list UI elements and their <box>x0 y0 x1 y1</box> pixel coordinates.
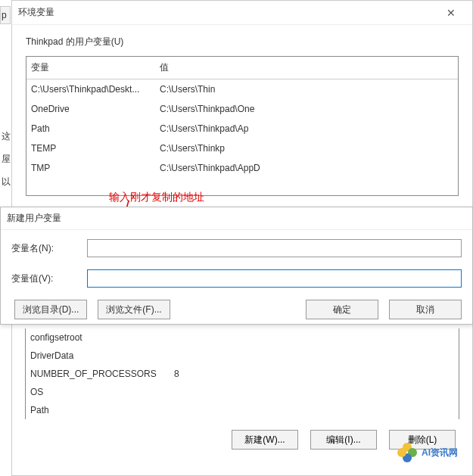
user-vars-label: Thinkpad 的用户变量(U) <box>12 25 472 56</box>
user-vars-table[interactable]: 变量 值 C:\Users\Thinkpad\Deskt...C:\Users\… <box>26 56 459 196</box>
edge-text-2: 屋 <box>2 153 11 166</box>
table-header: 变量 值 <box>26 57 458 79</box>
close-icon[interactable]: ✕ <box>436 7 466 19</box>
edge-text-1: 这 <box>2 130 11 143</box>
cell-val <box>170 403 459 417</box>
var-value-label: 变量值(V): <box>11 272 87 285</box>
var-name-input[interactable] <box>87 239 462 257</box>
ok-button[interactable]: 确定 <box>306 300 378 319</box>
edge-text-3: 以 <box>2 176 11 188</box>
table-row[interactable]: DriverData <box>26 347 459 365</box>
var-value-input[interactable] <box>87 269 462 288</box>
new-user-var-dialog: 新建用户变量 变量名(N): 变量值(V): 浏览目录(D)... 浏览文件(F… <box>0 207 473 325</box>
watermark-text: AI资讯网 <box>422 446 458 459</box>
sys-edit-button[interactable]: 编辑(I)... <box>310 430 377 450</box>
cell-var: Path <box>26 403 170 417</box>
sys-new-button[interactable]: 新建(W)... <box>232 430 298 450</box>
table-row[interactable]: configsetroot <box>26 328 459 347</box>
table-row[interactable]: OneDriveC:\Users\Thinkpad\One <box>26 99 458 119</box>
underlying-tab: p <box>0 6 11 24</box>
new-dialog-title: 新建用户变量 <box>1 207 472 230</box>
dialog-title: 环境变量 <box>18 6 436 19</box>
table-row[interactable]: TMPC:\Users\Thinkpad\AppD <box>26 158 458 178</box>
cell-var: DriverData <box>26 349 170 362</box>
watermark-icon <box>397 443 417 462</box>
col-variable[interactable]: 变量 <box>26 60 155 76</box>
table-row[interactable]: OS <box>26 383 459 401</box>
cell-val <box>170 385 459 399</box>
cancel-button[interactable]: 取消 <box>389 300 462 319</box>
cell-val: C:\Users\Thinkpad\AppD <box>155 161 458 175</box>
cell-val: C:\Users\Thinkp <box>155 142 458 155</box>
system-vars-area: configsetrootDriverDataNUMBER_OF_PROCESS… <box>25 328 459 450</box>
browse-file-button[interactable]: 浏览文件(F)... <box>98 300 170 319</box>
col-value[interactable]: 值 <box>155 60 458 76</box>
watermark: AI资讯网 <box>397 443 458 462</box>
cell-val <box>170 349 459 362</box>
table-row[interactable]: PathC:\Users\Thinkpad\Ap <box>26 119 458 138</box>
cell-val: 8 <box>170 367 459 381</box>
cell-val: C:\Users\Thinkpad\Ap <box>155 122 458 135</box>
cell-val: C:\Users\Thin <box>155 82 458 96</box>
cell-var: NUMBER_OF_PROCESSORS <box>26 367 170 381</box>
cell-var: Path <box>26 122 155 135</box>
cell-var: TMP <box>26 161 155 175</box>
table-row[interactable]: NUMBER_OF_PROCESSORS8 <box>26 365 459 383</box>
cell-val <box>170 331 459 344</box>
cell-var: OneDrive <box>26 102 155 116</box>
table-row[interactable]: TEMPC:\Users\Thinkp <box>26 138 458 158</box>
cell-var: OS <box>26 385 170 399</box>
cell-var: configsetroot <box>26 331 170 344</box>
browse-dir-button[interactable]: 浏览目录(D)... <box>14 300 87 319</box>
system-vars-table[interactable]: configsetrootDriverDataNUMBER_OF_PROCESS… <box>25 328 459 419</box>
var-name-label: 变量名(N): <box>11 242 87 255</box>
titlebar: 环境变量 ✕ <box>12 1 472 25</box>
annotation-text: 输入刚才复制的地址 <box>109 191 204 204</box>
cell-var: TEMP <box>26 142 155 155</box>
table-row[interactable]: C:\Users\Thinkpad\Deskt...C:\Users\Thin <box>26 79 458 99</box>
table-row[interactable]: Path <box>26 401 459 419</box>
cell-val: C:\Users\Thinkpad\One <box>155 102 458 116</box>
cell-var: C:\Users\Thinkpad\Deskt... <box>26 82 155 96</box>
